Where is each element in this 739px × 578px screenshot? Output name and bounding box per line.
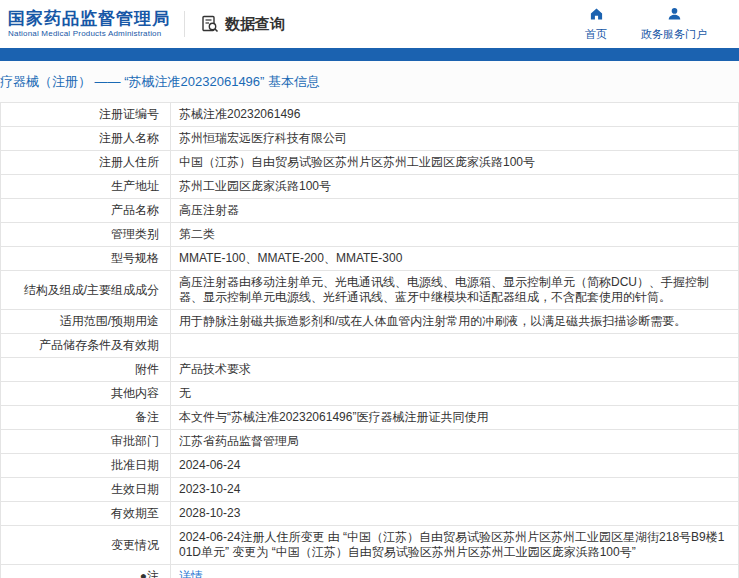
row-label: 生产地址 (1, 175, 171, 199)
row-value: 苏州恒瑞宏远医疗科技有限公司 (171, 127, 739, 151)
row-label: 结构及组成/主要组成成分 (1, 271, 171, 310)
row-label: 备注 (1, 406, 171, 430)
row-value (171, 334, 739, 358)
table-row: ●注详情 (1, 565, 739, 578)
row-value: 高压注射器 (171, 199, 739, 223)
table-row: 结构及组成/主要组成成分高压注射器由移动注射单元、光电通讯线、电源线、电源箱、显… (1, 271, 739, 310)
table-row: 产品名称高压注射器 (1, 199, 739, 223)
header-divider (184, 11, 185, 37)
row-value: 本文件与“苏械注准20232061496”医疗器械注册证共同使用 (171, 406, 739, 430)
row-value: 第二类 (171, 223, 739, 247)
row-value: MMATE-100、MMATE-200、MMATE-300 (171, 247, 739, 271)
table-row: 变更情况2024-06-24注册人住所变更 由 “中国（江苏）自由贸易试验区苏州… (1, 526, 739, 565)
row-value: 详情 (171, 565, 739, 578)
row-label: 其他内容 (1, 382, 171, 406)
row-label: 型号规格 (1, 247, 171, 271)
table-row: 批准日期2024-06-24 (1, 454, 739, 478)
row-label: 产品名称 (1, 199, 171, 223)
row-value: 高压注射器由移动注射单元、光电通讯线、电源线、电源箱、显示控制单元（简称DCU）… (171, 271, 739, 310)
table-row: 有效期至2028-10-23 (1, 502, 739, 526)
data-query-section[interactable]: 数据查询 (201, 15, 285, 34)
row-value: 无 (171, 382, 739, 406)
site-header: 国家药品监督管理局 National Medical Products Admi… (0, 0, 739, 48)
row-value: 江苏省药品监督管理局 (171, 430, 739, 454)
table-row: 注册证编号苏械注准20232061496 (1, 103, 739, 127)
table-row: 生产地址苏州工业园区庞家浜路100号 (1, 175, 739, 199)
nav-home-label: 首页 (585, 27, 607, 42)
row-value: 中国（江苏）自由贸易试验区苏州片区苏州工业园区庞家浜路100号 (171, 151, 739, 175)
data-query-label: 数据查询 (225, 15, 285, 34)
table-row: 生效日期2023-10-24 (1, 478, 739, 502)
row-label: 审批部门 (1, 430, 171, 454)
table-row: 注册人住所中国（江苏）自由贸易试验区苏州片区苏州工业园区庞家浜路100号 (1, 151, 739, 175)
row-value: 2024-06-24注册人住所变更 由 “中国（江苏）自由贸易试验区苏州片区苏州… (171, 526, 739, 565)
home-icon (589, 7, 604, 25)
nav-portal[interactable]: 政务服务门户 (641, 7, 707, 42)
table-row: 其他内容无 (1, 382, 739, 406)
row-value: 苏州工业园区庞家浜路100号 (171, 175, 739, 199)
table-row: 管理类别第二类 (1, 223, 739, 247)
row-value: 2024-06-24 (171, 454, 739, 478)
row-label: 注册人名称 (1, 127, 171, 151)
table-row: 型号规格MMATE-100、MMATE-200、MMATE-300 (1, 247, 739, 271)
table-row: 产品储存条件及有效期 (1, 334, 739, 358)
row-value: 用于静脉注射磁共振造影剂和/或在人体血管内注射常用的冲刷液，以满足磁共振扫描诊断… (171, 310, 739, 334)
detail-link[interactable]: 详情 (179, 569, 203, 578)
nav-home[interactable]: 首页 (585, 7, 607, 42)
blue-bar (0, 48, 739, 61)
row-label: 批准日期 (1, 454, 171, 478)
nav-portal-label: 政务服务门户 (641, 27, 707, 42)
row-label: 有效期至 (1, 502, 171, 526)
site-subtitle: National Medical Products Administration (8, 29, 170, 39)
row-label: 管理类别 (1, 223, 171, 247)
person-icon (667, 7, 682, 25)
row-label: 适用范围/预期用途 (1, 310, 171, 334)
page-title: 医疗器械（注册） —— “苏械注准20232061496” 基本信息 (0, 73, 320, 91)
row-label: 生效日期 (1, 478, 171, 502)
row-value: 产品技术要求 (171, 358, 739, 382)
row-label: 产品储存条件及有效期 (1, 334, 171, 358)
top-nav: 首页 政务服务门户 (585, 7, 721, 42)
row-label: 变更情况 (1, 526, 171, 565)
document-search-icon (201, 15, 220, 34)
table-row: 备注本文件与“苏械注准20232061496”医疗器械注册证共同使用 (1, 406, 739, 430)
row-value: 2023-10-24 (171, 478, 739, 502)
row-label: 注册证编号 (1, 103, 171, 127)
row-value: 苏械注准20232061496 (171, 103, 739, 127)
table-row: 注册人名称苏州恒瑞宏远医疗科技有限公司 (1, 127, 739, 151)
registration-info-table: 注册证编号苏械注准20232061496注册人名称苏州恒瑞宏远医疗科技有限公司注… (0, 102, 739, 578)
page-title-bar: 医疗器械（注册） —— “苏械注准20232061496” 基本信息 (0, 61, 739, 102)
site-logo[interactable]: 国家药品监督管理局 National Medical Products Admi… (8, 9, 170, 39)
table-row: 审批部门江苏省药品监督管理局 (1, 430, 739, 454)
row-value: 2028-10-23 (171, 502, 739, 526)
table-row: 适用范围/预期用途用于静脉注射磁共振造影剂和/或在人体血管内注射常用的冲刷液，以… (1, 310, 739, 334)
table-row: 附件产品技术要求 (1, 358, 739, 382)
site-title: 国家药品监督管理局 (8, 9, 170, 29)
row-label: ●注 (1, 565, 171, 578)
page: 国家药品监督管理局 National Medical Products Admi… (0, 0, 739, 578)
row-label: 注册人住所 (1, 151, 171, 175)
row-label: 附件 (1, 358, 171, 382)
